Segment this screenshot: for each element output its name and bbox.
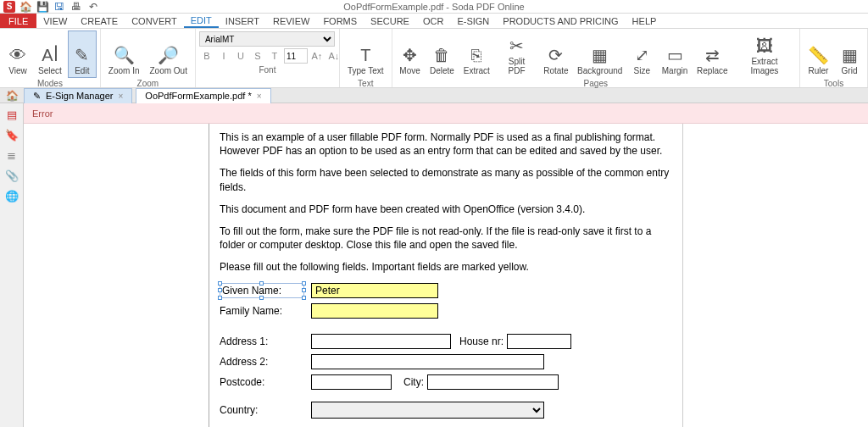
bookmarks-icon[interactable]: 🔖 <box>4 127 19 142</box>
grid-button[interactable]: ▦Grid <box>835 30 864 78</box>
city-field[interactable] <box>427 374 559 390</box>
paragraph: The fields of this form have been select… <box>220 166 672 193</box>
address1-label: Address 1: <box>220 336 304 347</box>
family-name-field[interactable] <box>311 303 438 319</box>
home-icon[interactable]: 🏠 <box>3 90 20 102</box>
group-label: Zoom <box>104 78 192 88</box>
group-label: Tools <box>804 78 864 88</box>
type-text-button[interactable]: TType Text <box>343 30 388 78</box>
ribbon-group-text: TType Text Text <box>340 29 392 87</box>
menu-tab-ocr[interactable]: OCR <box>416 14 450 28</box>
postcode-field[interactable] <box>311 374 392 390</box>
address1-field[interactable] <box>311 334 451 349</box>
address2-label: Address 2: <box>220 356 304 368</box>
font-size-input[interactable] <box>284 48 308 64</box>
font-s-button[interactable]: S <box>250 48 265 64</box>
doc-tab-esign[interactable]: ✎E-Sign Manager× <box>24 88 132 103</box>
menu-tab-convert[interactable]: CONVERT <box>125 14 184 28</box>
title-bar: S 🏠 💾 🖫 🖶 ↶ OoPdfFormExample.pdf - Soda … <box>0 0 868 14</box>
paragraph: Please fill out the following fields. Im… <box>220 260 672 274</box>
house-nr-field[interactable] <box>507 334 571 349</box>
thumbnails-icon[interactable]: ▤ <box>4 107 19 122</box>
house-nr-label: House nr: <box>459 336 504 347</box>
edit-button[interactable]: ✎Edit <box>68 30 97 78</box>
file-tab[interactable]: FILE <box>0 14 36 28</box>
save-as-icon[interactable]: 🖫 <box>53 1 66 13</box>
country-select[interactable] <box>311 402 544 419</box>
page-viewport[interactable]: This is an example of a user fillable PD… <box>24 124 868 427</box>
tab-icon: ✎ <box>33 91 41 102</box>
extract-images-button[interactable]: 🖼Extract Images <box>733 30 796 78</box>
ribbon: 👁ViewAꟾSelect✎Edit Modes 🔍Zoom In🔎Zoom O… <box>0 29 868 88</box>
font-name-select[interactable]: ArialMT <box>199 31 335 47</box>
group-label: Modes <box>3 78 97 88</box>
view-button[interactable]: 👁View <box>3 30 32 78</box>
ruler-button[interactable]: 📏Ruler <box>804 30 833 78</box>
window-title: OoPdfFormExample.pdf - Soda PDF Online <box>343 2 524 12</box>
content-area: Error This is an example of a user filla… <box>24 103 868 427</box>
ribbon-group-tools: 📏Ruler▦Grid Tools <box>800 29 868 87</box>
family-name-label: Family Name: <box>220 305 304 317</box>
paragraph: This is an example of a user fillable PD… <box>220 130 672 158</box>
postcode-label: Postcode: <box>220 376 304 388</box>
home-icon[interactable]: 🏠 <box>19 1 32 13</box>
save-icon[interactable]: 💾 <box>36 1 49 13</box>
side-panel: ▤ 🔖 ≣ 📎 🌐 <box>0 103 24 427</box>
menu-tab-e-sign[interactable]: E-SIGN <box>450 14 496 28</box>
menu-bar: FILE VIEWCREATECONVERTEDITINSERTREVIEWFO… <box>0 14 868 29</box>
replace-button[interactable]: ⇄Replace <box>693 30 732 78</box>
tab-label: OoPdfFormExample.pdf * <box>145 91 251 101</box>
font-u-button[interactable]: U <box>233 48 248 64</box>
menu-tab-create[interactable]: CREATE <box>74 14 125 28</box>
app-logo: S <box>3 1 15 13</box>
doc-tab-document[interactable]: OoPdfFormExample.pdf *× <box>136 88 270 103</box>
menu-tab-review[interactable]: REVIEW <box>266 14 316 28</box>
print-icon[interactable]: 🖶 <box>70 1 83 13</box>
pdf-page: This is an example of a user fillable PD… <box>209 124 683 427</box>
paragraph: This document and PDF form have been cre… <box>220 202 672 216</box>
delete-button[interactable]: 🗑Delete <box>426 30 459 78</box>
tab-label: E-Sign Manager <box>46 91 114 101</box>
given-name-label[interactable]: Given Name: <box>220 283 304 298</box>
zoom-out-button[interactable]: 🔎Zoom Out <box>145 30 191 78</box>
city-label: City: <box>403 376 424 388</box>
menu-tab-products-and-pricing[interactable]: PRODUCTS AND PRICING <box>496 14 625 28</box>
menu-tab-edit[interactable]: EDIT <box>184 14 219 28</box>
menu-tab-secure[interactable]: SECURE <box>364 14 416 28</box>
menu-tab-view[interactable]: VIEW <box>36 14 74 28</box>
address2-field[interactable] <box>311 354 544 369</box>
select-button[interactable]: AꟾSelect <box>34 30 66 78</box>
group-label: Text <box>343 78 388 88</box>
menu-tab-help[interactable]: HELP <box>626 14 664 28</box>
font-b-button[interactable]: B <box>199 48 214 64</box>
ribbon-group-zoom: 🔍Zoom In🔎Zoom Out Zoom <box>101 29 196 87</box>
document-tab-bar: 🏠 ✎E-Sign Manager×OoPdfFormExample.pdf *… <box>0 88 868 103</box>
rotate-button[interactable]: ⟳Rotate <box>540 30 572 78</box>
font-i-button[interactable]: I <box>216 48 231 64</box>
attachments-icon[interactable]: 📎 <box>4 168 19 183</box>
size-button[interactable]: ⤢Size <box>627 30 656 78</box>
zoom-in-button[interactable]: 🔍Zoom In <box>104 30 144 78</box>
quick-access-toolbar: S 🏠 💾 🖫 🖶 ↶ <box>3 1 100 13</box>
extract-button[interactable]: ⎘Extract <box>459 30 493 78</box>
font-size-step[interactable]: A↑ <box>309 48 325 64</box>
workspace: ▤ 🔖 ≣ 📎 🌐 Error This is an example of a … <box>0 103 868 427</box>
split-pdf-button[interactable]: ✂Split PDF <box>495 30 538 78</box>
undo-icon[interactable]: ↶ <box>86 1 100 13</box>
layers-icon[interactable]: ≣ <box>4 147 19 163</box>
error-bar: Error <box>24 103 868 124</box>
move-button[interactable]: ✥Move <box>396 30 425 78</box>
comments-icon[interactable]: 🌐 <box>4 188 19 203</box>
close-icon[interactable]: × <box>257 92 262 101</box>
background-button[interactable]: ▦Background <box>574 30 626 78</box>
menu-tab-insert[interactable]: INSERT <box>219 14 266 28</box>
close-icon[interactable]: × <box>119 92 124 101</box>
menu-tab-forms[interactable]: FORMS <box>316 14 364 28</box>
margin-button[interactable]: ▭Margin <box>658 30 691 78</box>
group-label: Font <box>259 64 275 75</box>
font-t-button[interactable]: T <box>267 48 282 64</box>
paragraph: To fill out the form, make sure the PDF … <box>220 225 672 252</box>
group-label: Pages <box>396 78 796 88</box>
given-name-field[interactable] <box>311 283 438 298</box>
country-label: Country: <box>220 404 304 416</box>
